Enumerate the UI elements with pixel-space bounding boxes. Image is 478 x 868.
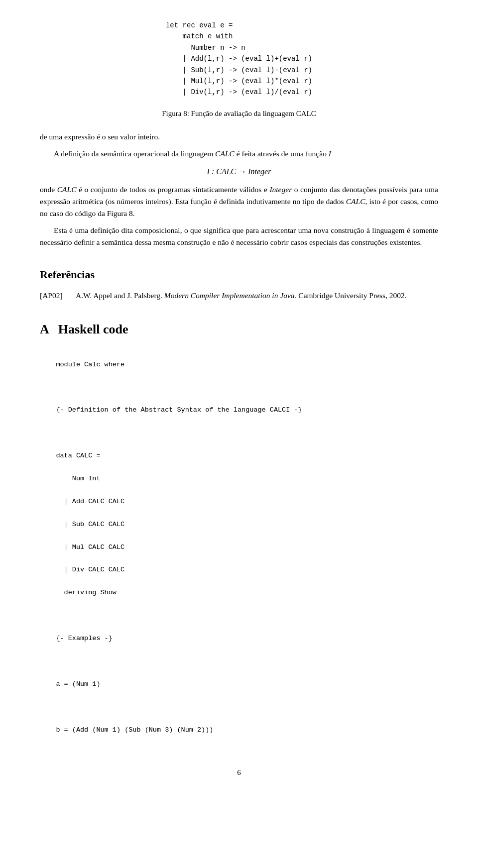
code-line-2: match e with — [166, 31, 312, 42]
para4-text: Esta é uma definição dita composicional,… — [40, 226, 438, 246]
code-line-6: | Mul(l,r) -> (eval l)*(eval r) — [166, 76, 312, 87]
para2-start: A definição da semântica operacional da … — [54, 149, 215, 158]
reference-ap02: [AP02] A.W. Appel and J. Palsberg. Moder… — [40, 290, 438, 301]
paragraph-composicional: Esta é uma definição dita composicional,… — [40, 224, 438, 248]
haskell-comment-def: {- Definition of the Abstract Syntax of … — [56, 406, 302, 414]
haskell-a-def: a = (Num 1) — [56, 680, 100, 688]
appendix-letter: A — [40, 320, 49, 339]
para3-integer: Integer — [269, 185, 292, 194]
haskell-add-calc: | Add CALC CALC — [56, 498, 124, 505]
ref-title: Modern Compiler Implementation in Java. — [164, 291, 297, 300]
haskell-deriving: deriving Show — [56, 589, 117, 596]
code-line-4: | Add(l,r) -> (eval l)+(eval r) — [166, 53, 312, 64]
code-lines: let rec eval e = match e with Number n -… — [166, 20, 312, 98]
para3-mid1: é o conjunto de todos os programas sinta… — [76, 185, 269, 194]
para3-start: onde — [40, 185, 57, 194]
paragraph-expression: de uma expressão é o seu valor inteiro. — [40, 131, 438, 143]
haskell-div-calc: | Div CALC CALC — [56, 566, 124, 573]
appendix-title-text: Haskell code — [58, 320, 128, 339]
para3-calc: CALC — [57, 185, 77, 194]
haskell-sub-calc: | Sub CALC CALC — [56, 521, 124, 528]
haskell-code-block: module Calc where {- Definition of the A… — [40, 348, 438, 748]
haskell-data-decl: data CALC = — [56, 452, 100, 459]
ref-content: A.W. Appel and J. Palsberg. Modern Compi… — [76, 290, 407, 301]
haskell-b-def: b = (Add (Num 1) (Sub (Num 3) (Num 2))) — [56, 726, 213, 734]
haskell-num-int: Num Int — [56, 475, 100, 482]
para3-calc2: CALC — [346, 197, 365, 206]
code-line-5: | Sub(l,r) -> (eval l)-(eval r) — [166, 65, 312, 76]
haskell-comment-examples: {- Examples -} — [56, 635, 112, 642]
code-block-eval: let rec eval e = match e with Number n -… — [40, 20, 438, 103]
code-line-3: Number n -> n — [166, 42, 312, 53]
code-line-1: let rec eval e = — [166, 20, 312, 31]
ref-label: [AP02] — [40, 290, 70, 301]
figure-caption: Figura 8: Função de avaliação da linguag… — [40, 108, 438, 119]
math-formula: I : CALC → Integer — [40, 166, 438, 178]
para2-I: I — [329, 149, 331, 158]
paragraph-definition: A definição da semântica operacional da … — [40, 148, 438, 160]
code-line-7: | Div(l,r) -> (eval l)/(eval r) — [166, 87, 312, 98]
paragraph-onde: onde CALC é o conjunto de todos os progr… — [40, 184, 438, 219]
page-content: let rec eval e = match e with Number n -… — [40, 20, 438, 778]
ref-authors: A.W. Appel and J. Palsberg. — [76, 291, 164, 300]
para2-end: é feita através de uma função — [235, 149, 329, 158]
ref-rest: Cambridge University Press, 2002. — [296, 291, 406, 300]
references-title: Referências — [40, 266, 438, 283]
appendix-header: A Haskell code — [40, 320, 438, 339]
para2-calc: CALC — [215, 149, 235, 158]
page-number: 6 — [40, 767, 438, 778]
haskell-mul-calc: | Mul CALC CALC — [56, 543, 124, 551]
references-section: Referências [AP02] A.W. Appel and J. Pal… — [40, 266, 438, 301]
haskell-line-module: module Calc where — [56, 361, 124, 368]
